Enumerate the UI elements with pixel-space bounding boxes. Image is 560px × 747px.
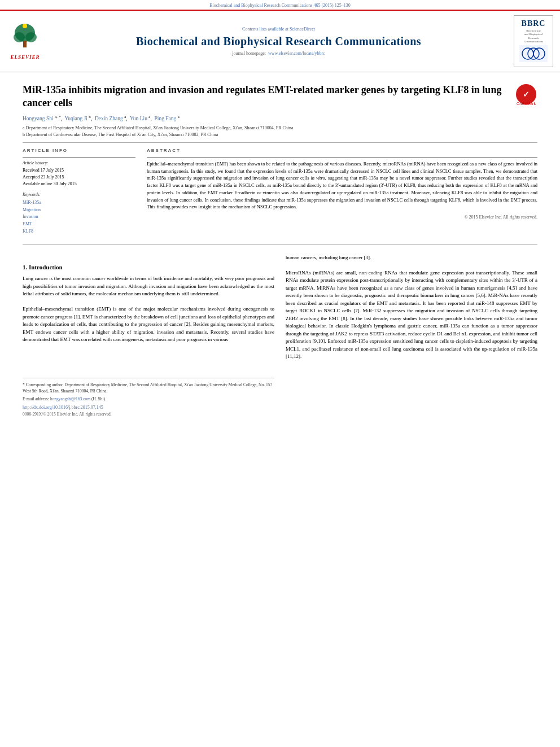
journal-citation-bar: Biochemical and Biophysical Research Com… — [0, 0, 560, 10]
sciencedirect-link[interactable]: Contents lists available at ScienceDirec… — [49, 26, 508, 32]
article-info-heading: ARTICLE INFO — [23, 147, 135, 154]
svg-text:CrossMark: CrossMark — [517, 102, 536, 106]
author-2: Yuqiang Ji — [65, 116, 88, 121]
article-title-section: MiR-135a inhibits migration and invasion… — [23, 78, 537, 110]
journal-homepage-line: journal homepage: www.elsevier.com/locat… — [49, 50, 508, 56]
crossmark-icon: ✓ CrossMark — [515, 84, 537, 107]
author-1: Hongyang Shi — [23, 116, 54, 121]
elsevier-brand-text: ELSEVIER — [10, 54, 40, 61]
author-4: Yun Liu — [130, 116, 147, 121]
email-line: E-mail address: hongyangshi@163.com (H. … — [23, 396, 274, 402]
elsevier-tree-icon — [7, 21, 43, 53]
article-info-abstract-section: ARTICLE INFO Article history: Received 1… — [23, 147, 537, 235]
svg-rect-4 — [23, 41, 27, 47]
keyword-1: MiR-135a — [23, 199, 135, 207]
section-divider-1 — [23, 142, 537, 143]
history-label: Article history: — [23, 160, 135, 167]
received-date: Received 17 July 2015 Accepted 23 July 2… — [23, 167, 135, 187]
bbrc-full-name: Biochemicaland BiophysicalResearchCommun… — [517, 29, 550, 44]
corresponding-author-note: * Corresponding author. Department of Re… — [23, 382, 274, 395]
body-right-column: human cancers, including lung cancer [3]… — [286, 254, 537, 384]
doi-link[interactable]: http://dx.doi.org/10.1016/j.bbrc.2015.07… — [23, 404, 274, 411]
abstract-block: Epithelial–mesenchymal transition (EMT) … — [147, 157, 537, 220]
intro-right-section: human cancers, including lung cancer [3]… — [286, 254, 537, 361]
bbrc-logo-box: BBRC Biochemicaland BiophysicalResearchC… — [514, 15, 553, 67]
authors-line: Hongyang Shi a, *, Yuqiang Ji b, Dexin Z… — [23, 115, 537, 123]
svg-text:✓: ✓ — [523, 90, 530, 99]
footer-notes: * Corresponding author. Department of Re… — [23, 378, 274, 418]
author-3: Dexin Zhang — [95, 116, 123, 121]
article-title: MiR-135a inhibits migration and invasion… — [23, 84, 509, 110]
keywords-list: MiR-135a Migration Invasion EMT KLF8 — [23, 199, 135, 235]
svg-point-5 — [23, 24, 27, 28]
homepage-url[interactable]: www.elsevier.com/locate/ybbrc — [268, 51, 325, 56]
intro-heading: 1. Introduction — [23, 263, 274, 272]
keywords-block: Keywords: MiR-135a Migration Invasion EM… — [23, 192, 135, 235]
intro-para2: Epithelial–mesenchymal transition (EMT) … — [23, 305, 274, 344]
journal-title: Biochemical and Biophysical Research Com… — [49, 33, 508, 49]
svg-point-3 — [25, 32, 37, 42]
intro-para3-right: human cancers, including lung cancer [3]… — [286, 254, 537, 262]
main-content: MiR-135a inhibits migration and invasion… — [0, 72, 560, 389]
copyright-line: © 2015 Elsevier Inc. All rights reserved… — [147, 214, 537, 220]
affiliation-b: b Department of Cardiovascular Disease, … — [23, 132, 537, 138]
bbrc-acronym: BBRC — [517, 18, 550, 29]
body-content: 1. Introduction Lung cancer is the most … — [23, 254, 537, 384]
intro-section: 1. Introduction Lung cancer is the most … — [23, 263, 274, 344]
abstract-text: Epithelial–mesenchymal transition (EMT) … — [147, 160, 537, 211]
journal-citation-text: Biochemical and Biophysical Research Com… — [209, 3, 351, 8]
section-divider-2 — [23, 244, 537, 245]
issn-line: 0006-291X/© 2015 Elsevier Inc. All right… — [23, 411, 274, 417]
keyword-2: Migration — [23, 207, 135, 214]
crossmark-badge[interactable]: ✓ CrossMark — [515, 84, 537, 110]
bbrc-logo-graphic — [519, 45, 548, 62]
keyword-5: KLF8 — [23, 228, 135, 235]
keywords-label: Keywords: — [23, 192, 135, 198]
journal-header: ELSEVIER Contents lists available at Sci… — [0, 10, 560, 72]
keyword-4: EMT — [23, 221, 135, 228]
elsevier-logo: ELSEVIER — [7, 21, 43, 61]
intro-para4-right: MicroRNAs (miRNAs) are small, non-coding… — [286, 269, 537, 361]
keyword-3: Invasion — [23, 213, 135, 221]
email-address[interactable]: hongyangshi@163.com — [50, 396, 90, 401]
article-info-column: ARTICLE INFO Article history: Received 1… — [23, 147, 135, 235]
intro-para1: Lung cancer is the most common cancer wo… — [23, 275, 274, 298]
abstract-heading: ABSTRACT — [147, 147, 537, 154]
abstract-column: ABSTRACT Epithelial–mesenchymal transiti… — [147, 147, 537, 235]
affiliations: a Department of Respiratory Medicine, Th… — [23, 125, 537, 137]
journal-center-header: Contents lists available at ScienceDirec… — [49, 26, 508, 56]
article-history-block: Article history: Received 17 July 2015 A… — [23, 157, 135, 188]
affiliation-a: a Department of Respiratory Medicine, Th… — [23, 125, 537, 131]
author-5: Ping Fang — [155, 116, 177, 121]
body-left-column: 1. Introduction Lung cancer is the most … — [23, 254, 274, 384]
